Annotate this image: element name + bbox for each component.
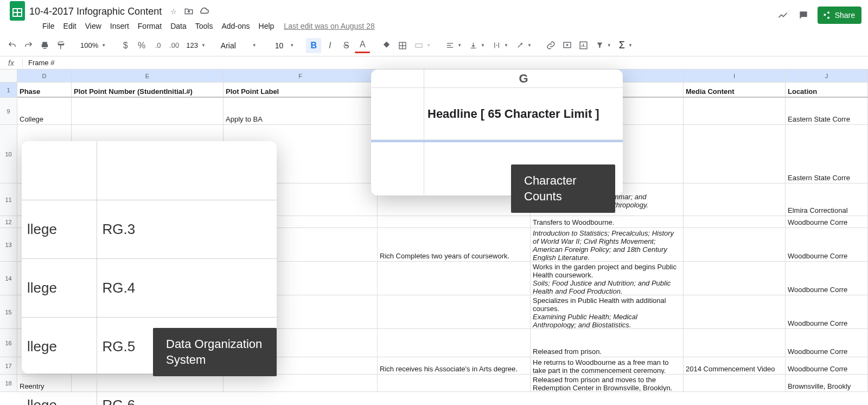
cell[interactable]: Location (786, 83, 868, 97)
cell[interactable] (684, 329, 786, 357)
insert-link-icon[interactable] (544, 38, 559, 53)
row-head-1[interactable]: 1 (0, 83, 17, 98)
star-icon[interactable]: ☆ (168, 6, 179, 17)
cell[interactable]: Media Content (684, 83, 786, 97)
functions-dropdown[interactable]: Σ▼ (616, 39, 636, 53)
cell[interactable]: He returns to Woodbourne as a free man t… (531, 357, 684, 374)
cell[interactable]: Rich receives his Associate's in Arts de… (378, 357, 531, 374)
row-head-16[interactable]: 16 (0, 329, 17, 357)
menu-data[interactable]: Data (166, 20, 191, 33)
cell[interactable]: Eastern State Corre (786, 125, 868, 183)
halign-dropdown[interactable]: ▼ (443, 39, 465, 53)
menu-edit[interactable]: Edit (59, 20, 81, 33)
merge-cells-dropdown[interactable]: ▼ (411, 39, 434, 53)
valign-dropdown[interactable]: ▼ (466, 39, 488, 53)
filter-dropdown[interactable]: ▼ (592, 39, 615, 53)
menu-tools[interactable]: Tools (191, 20, 218, 33)
cell[interactable]: Works in the garden project and begins P… (531, 262, 684, 295)
row-head-12[interactable]: 12 (0, 216, 17, 228)
row-head-17[interactable]: 17 (0, 357, 17, 375)
row-head-11[interactable]: 11 (0, 183, 17, 216)
bold-button[interactable]: B (306, 38, 321, 53)
cell[interactable]: Woodbourne Corre (786, 262, 868, 295)
col-head-e[interactable]: E (72, 69, 224, 83)
row-head-14[interactable]: 14 (0, 262, 17, 295)
print-icon[interactable] (37, 38, 52, 53)
menu-format[interactable]: Format (133, 20, 166, 33)
font-size-dropdown[interactable]: 10▼ (269, 39, 298, 53)
cell[interactable]: 2014 Commencement Video (684, 357, 786, 374)
row-head-13[interactable]: 13 (0, 228, 17, 262)
cloud-status-icon[interactable] (199, 6, 209, 17)
cell[interactable]: Phase (17, 83, 72, 97)
cell[interactable] (684, 216, 786, 227)
cell[interactable]: Eastern State Corre (786, 98, 868, 124)
currency-icon[interactable]: $ (118, 38, 133, 53)
explore-icon[interactable] (776, 9, 789, 22)
cell[interactable]: Rich Completes two years of coursework. (378, 228, 531, 261)
cell[interactable] (684, 295, 786, 328)
paint-format-icon[interactable] (53, 38, 68, 53)
rotate-dropdown[interactable]: ▼ (513, 39, 535, 53)
cell[interactable]: Released from prison and moves to the Re… (531, 375, 684, 391)
menu-file[interactable]: File (38, 20, 59, 33)
row-head-15[interactable]: 15 (0, 295, 17, 329)
share-button[interactable]: Share (818, 7, 861, 24)
cell[interactable] (684, 98, 786, 124)
col-head-i[interactable]: I (684, 69, 786, 83)
borders-icon[interactable] (395, 38, 410, 53)
col-head-d[interactable]: D (17, 69, 72, 83)
cell[interactable] (684, 183, 786, 216)
menu-view[interactable]: View (81, 20, 106, 33)
decrease-decimal-icon[interactable]: .0 (150, 38, 165, 53)
cell[interactable]: Woodbourne Corre (786, 357, 868, 374)
row-head-9[interactable]: 9 (0, 98, 17, 125)
document-title[interactable]: 10-4-2017 Infographic Content (29, 6, 162, 17)
cell[interactable]: College (17, 98, 72, 124)
percent-icon[interactable]: % (134, 38, 149, 53)
col-head-j[interactable]: J (786, 69, 868, 83)
undo-icon[interactable] (4, 38, 20, 53)
cell[interactable] (378, 375, 531, 391)
cell[interactable]: Woodbourne Corre (786, 295, 868, 328)
menu-insert[interactable]: Insert (106, 20, 133, 33)
fill-color-icon[interactable] (379, 38, 394, 53)
cell[interactable] (684, 125, 786, 183)
cell[interactable]: Plot Point Label (224, 83, 378, 97)
menu-addons[interactable]: Add-ons (217, 20, 254, 33)
insert-chart-icon[interactable] (576, 38, 591, 53)
cell[interactable]: Woodbourne Corre (786, 228, 868, 261)
cell[interactable] (378, 329, 531, 357)
cell[interactable] (684, 262, 786, 295)
zoom-dropdown[interactable]: 100%▼ (77, 39, 109, 53)
menu-help[interactable]: Help (254, 20, 279, 33)
cell[interactable]: Transfers to Woodbourne. (531, 216, 684, 227)
number-format-dropdown[interactable]: 123▼ (183, 39, 209, 53)
insert-comment-icon[interactable] (560, 38, 575, 53)
cell[interactable]: Specializes in Public Health with additi… (531, 295, 684, 328)
cell[interactable]: Elmira Correctional (786, 183, 868, 216)
row-head-10[interactable]: 10 (0, 125, 17, 183)
font-family-dropdown[interactable]: Arial▼ (218, 39, 260, 53)
cell[interactable] (684, 375, 786, 391)
cell[interactable] (72, 98, 224, 124)
move-folder-icon[interactable] (183, 6, 194, 17)
cell[interactable]: Brownsville, Brookly (786, 375, 868, 391)
formula-input[interactable]: Frame # (23, 59, 868, 67)
wrap-dropdown[interactable]: ▼ (489, 39, 512, 53)
col-head-f[interactable]: F (224, 69, 378, 83)
cell[interactable] (378, 295, 531, 328)
increase-decimal-icon[interactable]: .00 (167, 38, 182, 53)
row-head-18[interactable]: 18 (0, 375, 17, 392)
cell[interactable] (378, 216, 531, 227)
strikethrough-button[interactable]: S (339, 38, 354, 53)
cell[interactable] (684, 228, 786, 261)
cell[interactable]: Released from prison. (531, 329, 684, 357)
text-color-button[interactable]: A (355, 38, 370, 53)
redo-icon[interactable] (21, 38, 36, 53)
cell[interactable] (378, 262, 531, 295)
cell[interactable]: Apply to BA (224, 98, 378, 124)
last-edit-link[interactable]: Last edit was on August 28 (284, 22, 374, 30)
comments-icon[interactable] (797, 9, 810, 22)
italic-button[interactable]: I (322, 38, 337, 53)
